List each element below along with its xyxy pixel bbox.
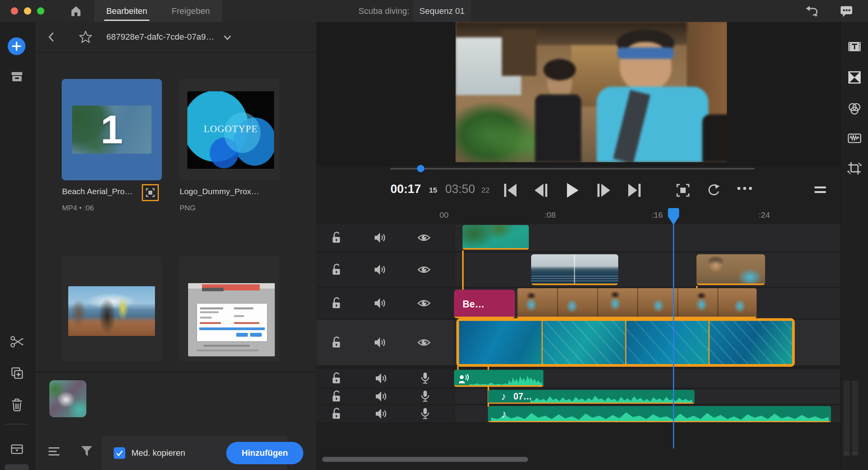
delete-button[interactable] bbox=[10, 398, 24, 412]
plus-icon bbox=[8, 37, 25, 55]
feedback-button[interactable] bbox=[839, 5, 853, 18]
toolbar-divider bbox=[5, 424, 28, 425]
clip-v1-aerial[interactable] bbox=[456, 318, 795, 367]
crop-button[interactable] bbox=[847, 161, 862, 176]
home-button[interactable] bbox=[69, 5, 82, 18]
scrub-bar[interactable] bbox=[390, 168, 755, 170]
media-item-logo[interactable]: LOGOTYPE bbox=[179, 79, 279, 180]
recent-media-thumb[interactable] bbox=[49, 380, 86, 417]
frame-forward-button[interactable] bbox=[597, 183, 610, 197]
speaker-icon[interactable] bbox=[373, 297, 387, 309]
visibility-icon[interactable] bbox=[417, 232, 431, 243]
tab-active-underline bbox=[104, 20, 150, 21]
media-item-beach-aerial[interactable]: 1 bbox=[62, 79, 162, 180]
filter-button[interactable] bbox=[81, 445, 93, 457]
speaker-icon[interactable] bbox=[373, 264, 387, 276]
lock-icon[interactable] bbox=[331, 390, 343, 403]
menu-icon bbox=[814, 185, 827, 195]
undo-button[interactable] bbox=[805, 5, 819, 18]
split-button[interactable] bbox=[10, 335, 24, 349]
tab-freigeben[interactable]: Freigeben bbox=[172, 0, 210, 22]
proxy-badge[interactable] bbox=[142, 184, 159, 201]
timeline-ruler[interactable]: :00 :08 :16 :24 bbox=[439, 208, 840, 223]
add-media-button[interactable] bbox=[8, 37, 25, 55]
titles-button[interactable] bbox=[847, 39, 862, 54]
ruler-tick-8: :08 bbox=[535, 210, 565, 220]
color-button[interactable] bbox=[847, 101, 862, 117]
visibility-icon[interactable] bbox=[417, 264, 431, 275]
more-options-button[interactable] bbox=[737, 187, 752, 190]
selection-underline bbox=[531, 284, 618, 285]
skip-start-button[interactable] bbox=[504, 183, 517, 197]
lock-icon[interactable] bbox=[331, 297, 343, 310]
frame-back-button[interactable] bbox=[535, 183, 548, 197]
visibility-icon[interactable] bbox=[417, 297, 431, 309]
sort-button[interactable] bbox=[49, 447, 60, 456]
clip-v3-mountains[interactable] bbox=[531, 254, 618, 285]
transport-bar: 00:17 15 03:50 22 bbox=[316, 175, 840, 206]
speaker-icon[interactable] bbox=[375, 372, 388, 384]
traffic-close-button[interactable] bbox=[11, 7, 18, 15]
traffic-zoom-button[interactable] bbox=[37, 7, 44, 15]
color-icon bbox=[847, 101, 862, 117]
meter-tick bbox=[853, 452, 858, 454]
back-button[interactable] bbox=[47, 31, 55, 43]
speaker-icon[interactable] bbox=[373, 336, 387, 349]
loop-button[interactable] bbox=[707, 183, 721, 198]
logo-text: LOGOTYPE bbox=[187, 124, 274, 134]
bin-selector[interactable]: 687928e7-dafc-7cde-07a9… bbox=[106, 22, 232, 52]
speaker-icon[interactable] bbox=[375, 390, 388, 403]
traffic-minimize-button[interactable] bbox=[24, 7, 31, 15]
transitions-button[interactable] bbox=[847, 70, 862, 85]
mic-icon[interactable] bbox=[419, 407, 431, 420]
playhead-line[interactable] bbox=[673, 214, 674, 448]
visibility-icon[interactable] bbox=[417, 337, 431, 348]
clip-a1-voice[interactable] bbox=[454, 370, 543, 387]
track-controls-toggle[interactable] bbox=[5, 464, 29, 470]
duplicate-button[interactable] bbox=[10, 366, 24, 381]
track-lane-v3[interactable] bbox=[455, 253, 840, 287]
clip-v3-selfie[interactable] bbox=[696, 254, 765, 285]
title-clip-label: Be… bbox=[463, 299, 484, 310]
timeline-menu-button[interactable] bbox=[814, 185, 827, 195]
lock-icon[interactable] bbox=[331, 263, 343, 276]
scrub-handle[interactable] bbox=[417, 165, 424, 172]
lock-icon[interactable] bbox=[331, 336, 343, 349]
duplicate-icon bbox=[10, 366, 24, 381]
speaker-icon[interactable] bbox=[375, 408, 388, 420]
clip-a3-music[interactable]: ♪ bbox=[488, 406, 831, 422]
playhead-marker[interactable] bbox=[668, 208, 679, 225]
track-height-icon bbox=[10, 443, 24, 455]
clip-title[interactable]: Be… bbox=[454, 290, 515, 318]
media-browser-button[interactable] bbox=[10, 70, 24, 83]
clip-v2-filmstrip[interactable] bbox=[517, 288, 757, 318]
lock-icon[interactable] bbox=[331, 407, 343, 420]
left-toolbar bbox=[0, 22, 35, 470]
timeline-scrollbar[interactable] bbox=[322, 457, 528, 462]
top-bar: Bearbeiten Freigeben Scuba diving: Seque… bbox=[0, 0, 868, 22]
mic-icon[interactable] bbox=[419, 372, 431, 385]
lock-icon[interactable] bbox=[331, 372, 343, 385]
speaker-icon[interactable] bbox=[373, 232, 387, 244]
favorite-button[interactable] bbox=[78, 30, 93, 44]
media-item-photo[interactable] bbox=[62, 256, 162, 361]
skip-end-button[interactable] bbox=[628, 183, 641, 197]
preview-video[interactable] bbox=[456, 22, 727, 162]
tab-freigeben-label: Freigeben bbox=[172, 6, 210, 16]
add-button[interactable]: Hinzufügen bbox=[226, 442, 303, 464]
shot-dialog bbox=[197, 303, 267, 342]
sort-icon bbox=[49, 447, 60, 456]
audio-button[interactable] bbox=[847, 131, 862, 146]
tab-bearbeiten[interactable]: Bearbeiten bbox=[106, 0, 147, 22]
media-item-screenshot[interactable] bbox=[179, 256, 279, 361]
clip-a2-music[interactable]: ♪ 07… bbox=[488, 390, 695, 404]
track-controls-row bbox=[331, 263, 431, 276]
shot-footer-lines2 bbox=[197, 349, 258, 351]
fullscreen-button[interactable] bbox=[676, 183, 690, 198]
lock-icon[interactable] bbox=[331, 231, 343, 244]
copy-media-checkbox[interactable] bbox=[114, 447, 125, 459]
track-height-button[interactable] bbox=[10, 443, 24, 455]
play-button[interactable] bbox=[566, 183, 579, 198]
mic-icon[interactable] bbox=[419, 390, 431, 403]
clip-v4-lagoon[interactable] bbox=[463, 225, 529, 250]
